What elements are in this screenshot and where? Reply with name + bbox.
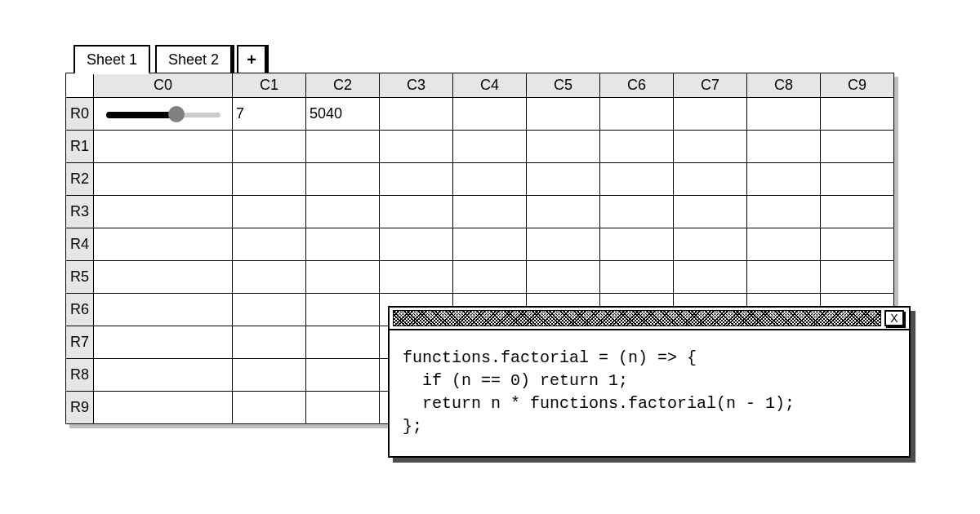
row-header[interactable]: R3 (66, 196, 94, 228)
cell[interactable] (94, 294, 233, 326)
cell[interactable] (380, 196, 453, 228)
cell[interactable] (94, 359, 233, 392)
cell[interactable] (453, 131, 527, 163)
cell[interactable] (600, 261, 674, 294)
cell[interactable] (380, 131, 453, 163)
row-header[interactable]: R9 (66, 392, 94, 424)
cell[interactable] (233, 326, 306, 359)
cell[interactable] (527, 163, 600, 196)
slider[interactable] (106, 110, 220, 118)
cell[interactable] (94, 131, 233, 163)
cell[interactable] (600, 196, 674, 228)
cell[interactable] (527, 131, 600, 163)
cell[interactable] (233, 261, 306, 294)
cell[interactable] (600, 228, 674, 261)
cell[interactable] (233, 228, 306, 261)
col-header[interactable]: C0 (94, 73, 233, 98)
cell[interactable] (306, 359, 380, 392)
row-header[interactable]: R4 (66, 228, 94, 261)
cell[interactable] (821, 98, 894, 131)
cell[interactable] (306, 163, 380, 196)
cell[interactable]: 5040 (306, 98, 380, 131)
row-header[interactable]: R7 (66, 326, 94, 359)
cell[interactable] (94, 98, 233, 131)
row-header[interactable]: R5 (66, 261, 94, 294)
row-header[interactable]: R8 (66, 359, 94, 392)
cell[interactable] (306, 392, 380, 424)
row-header[interactable]: R0 (66, 98, 94, 131)
cell[interactable] (380, 98, 453, 131)
cell[interactable] (527, 261, 600, 294)
col-header[interactable]: C3 (380, 73, 453, 98)
cell[interactable] (94, 392, 233, 424)
cell[interactable] (747, 163, 821, 196)
cell[interactable] (527, 196, 600, 228)
cell[interactable] (380, 228, 453, 261)
col-header[interactable]: C6 (600, 73, 674, 98)
cell[interactable] (453, 228, 527, 261)
cell[interactable] (600, 163, 674, 196)
panel-close-button[interactable]: X (884, 310, 904, 326)
cell[interactable]: 7 (233, 98, 306, 131)
cell[interactable] (453, 163, 527, 196)
cell[interactable] (233, 294, 306, 326)
cell[interactable] (233, 392, 306, 424)
cell[interactable] (821, 261, 894, 294)
cell[interactable] (747, 228, 821, 261)
cell[interactable] (94, 228, 233, 261)
cell[interactable] (94, 326, 233, 359)
cell[interactable] (453, 196, 527, 228)
cell[interactable] (306, 131, 380, 163)
tab-sheet-1[interactable]: Sheet 1 (74, 45, 150, 74)
cell[interactable] (306, 294, 380, 326)
col-header[interactable]: C4 (453, 73, 527, 98)
cell[interactable] (380, 163, 453, 196)
row-header[interactable]: R2 (66, 163, 94, 196)
cell[interactable] (674, 163, 747, 196)
cell[interactable] (747, 196, 821, 228)
titlebar-drag-handle[interactable] (393, 310, 881, 326)
cell[interactable] (821, 228, 894, 261)
col-header[interactable]: C2 (306, 73, 380, 98)
cell[interactable] (233, 359, 306, 392)
code-editor[interactable]: functions.factorial = (n) => { if (n == … (390, 330, 909, 456)
cell[interactable] (94, 261, 233, 294)
cell[interactable] (600, 98, 674, 131)
cell[interactable] (747, 261, 821, 294)
cell[interactable] (306, 196, 380, 228)
cell[interactable] (674, 196, 747, 228)
col-header[interactable]: C1 (233, 73, 306, 98)
cell[interactable] (600, 131, 674, 163)
cell[interactable] (306, 326, 380, 359)
cell[interactable] (821, 131, 894, 163)
row-header[interactable]: R1 (66, 131, 94, 163)
panel-titlebar[interactable]: X (390, 308, 909, 330)
cell[interactable] (233, 163, 306, 196)
cell[interactable] (233, 131, 306, 163)
cell[interactable] (747, 131, 821, 163)
col-header[interactable]: C7 (674, 73, 747, 98)
cell[interactable] (527, 228, 600, 261)
cell[interactable] (747, 98, 821, 131)
col-header[interactable]: C9 (821, 73, 894, 98)
cell[interactable] (674, 98, 747, 131)
cell[interactable] (674, 131, 747, 163)
cell[interactable] (527, 98, 600, 131)
cell[interactable] (821, 163, 894, 196)
cell[interactable] (674, 228, 747, 261)
slider-thumb[interactable] (168, 106, 185, 122)
cell[interactable] (306, 228, 380, 261)
add-sheet-button[interactable]: + (237, 45, 266, 74)
col-header[interactable]: C5 (527, 73, 600, 98)
cell[interactable] (306, 261, 380, 294)
cell[interactable] (380, 261, 453, 294)
col-header[interactable]: C8 (747, 73, 821, 98)
cell[interactable] (674, 261, 747, 294)
cell[interactable] (821, 196, 894, 228)
cell[interactable] (94, 196, 233, 228)
cell[interactable] (233, 196, 306, 228)
cell[interactable] (453, 98, 527, 131)
tab-sheet-2[interactable]: Sheet 2 (155, 45, 232, 74)
cell[interactable] (453, 261, 527, 294)
slider-cell[interactable] (97, 98, 229, 130)
